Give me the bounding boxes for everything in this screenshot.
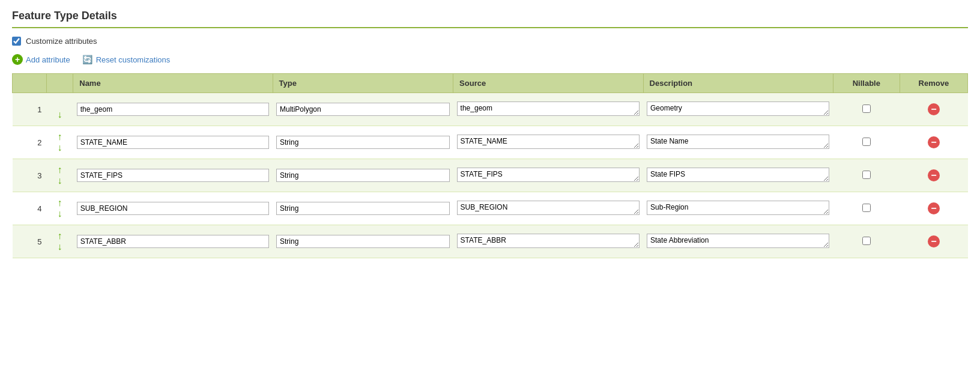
row-nillable-cell — [833, 192, 900, 225]
name-input[interactable] — [77, 136, 269, 149]
remove-icon: − — [928, 202, 940, 214]
row-source-cell — [453, 126, 643, 159]
row-arrows: ↑↓ — [46, 93, 73, 126]
col-header-name: Name — [73, 74, 273, 93]
reset-icon: 🔄 — [82, 54, 93, 65]
row-arrows: ↑↓ — [46, 159, 73, 192]
customize-row: Customize attributes — [12, 37, 968, 46]
col-header-source: Source — [453, 74, 643, 93]
row-name-cell — [73, 225, 273, 258]
move-up-button[interactable]: ↑ — [58, 198, 62, 208]
table-row: 4↑↓− — [13, 192, 968, 225]
nillable-checkbox[interactable] — [862, 138, 871, 146]
type-input[interactable] — [276, 235, 450, 248]
description-input[interactable] — [647, 102, 829, 116]
remove-button[interactable]: − — [903, 235, 964, 247]
col-header-remove: Remove — [900, 74, 967, 93]
source-input[interactable] — [457, 201, 640, 215]
description-input[interactable] — [647, 234, 829, 248]
add-attribute-button[interactable]: + Add attribute — [12, 54, 70, 65]
add-attribute-label: Add attribute — [26, 55, 70, 64]
row-nillable-cell — [833, 159, 900, 192]
row-type-cell — [273, 192, 453, 225]
source-input[interactable] — [457, 102, 640, 116]
type-input[interactable] — [276, 169, 450, 182]
move-down-button[interactable]: ↓ — [58, 110, 62, 120]
source-input[interactable] — [457, 135, 640, 149]
remove-button[interactable]: − — [903, 169, 964, 181]
move-up-button[interactable]: ↑ — [58, 231, 62, 241]
col-header-nillable: Nillable — [833, 74, 900, 93]
col-header-type: Type — [273, 74, 453, 93]
table-header-row: Name Type Source Description Nillable Re… — [13, 74, 968, 93]
remove-icon: − — [928, 103, 940, 115]
row-type-cell — [273, 93, 453, 126]
row-remove-cell: − — [900, 192, 967, 225]
name-input[interactable] — [77, 103, 269, 116]
reset-customizations-label: Reset customizations — [96, 55, 171, 64]
remove-button[interactable]: − — [903, 202, 964, 214]
row-nillable-cell — [833, 126, 900, 159]
row-name-cell — [73, 192, 273, 225]
nillable-checkbox[interactable] — [862, 204, 871, 212]
row-type-cell — [273, 159, 453, 192]
name-input[interactable] — [77, 169, 269, 182]
page-title: Feature Type Details — [12, 10, 968, 22]
move-down-button[interactable]: ↓ — [58, 242, 62, 252]
row-arrows: ↑↓ — [46, 126, 73, 159]
description-input[interactable] — [647, 201, 829, 215]
row-arrows: ↑↓ — [46, 192, 73, 225]
description-input[interactable] — [647, 168, 829, 182]
row-number: 1 — [13, 93, 47, 126]
row-type-cell — [273, 126, 453, 159]
nillable-checkbox[interactable] — [862, 171, 871, 179]
name-input[interactable] — [77, 235, 269, 248]
source-input[interactable] — [457, 168, 640, 182]
table-row: 1↑↓− — [13, 93, 968, 126]
remove-button[interactable]: − — [903, 103, 964, 115]
row-name-cell — [73, 159, 273, 192]
remove-icon: − — [928, 235, 940, 247]
table-row: 2↑↓− — [13, 126, 968, 159]
type-input[interactable] — [276, 103, 450, 116]
row-description-cell — [643, 126, 833, 159]
row-source-cell — [453, 159, 643, 192]
move-down-button[interactable]: ↓ — [58, 176, 62, 186]
nillable-checkbox[interactable] — [862, 237, 871, 245]
row-number: 2 — [13, 126, 47, 159]
table-row: 5↑↓− — [13, 225, 968, 258]
row-remove-cell: − — [900, 93, 967, 126]
description-input[interactable] — [647, 135, 829, 149]
row-source-cell — [453, 93, 643, 126]
customize-attributes-label: Customize attributes — [26, 37, 97, 46]
row-type-cell — [273, 225, 453, 258]
col-header-description: Description — [643, 74, 833, 93]
row-description-cell — [643, 159, 833, 192]
row-name-cell — [73, 93, 273, 126]
row-remove-cell: − — [900, 126, 967, 159]
name-input[interactable] — [77, 202, 269, 215]
customize-attributes-checkbox[interactable] — [12, 37, 21, 46]
row-nillable-cell — [833, 225, 900, 258]
nillable-checkbox[interactable] — [862, 105, 871, 113]
col-header-arrows — [46, 74, 73, 93]
row-arrows: ↑↓ — [46, 225, 73, 258]
row-description-cell — [643, 192, 833, 225]
type-input[interactable] — [276, 136, 450, 149]
remove-icon: − — [928, 136, 940, 148]
source-input[interactable] — [457, 234, 640, 248]
row-remove-cell: − — [900, 159, 967, 192]
row-number: 3 — [13, 159, 47, 192]
move-down-button[interactable]: ↓ — [58, 209, 62, 219]
move-up-button[interactable]: ↑ — [58, 132, 62, 142]
row-nillable-cell — [833, 93, 900, 126]
move-down-button[interactable]: ↓ — [58, 143, 62, 153]
table-row: 3↑↓− — [13, 159, 968, 192]
col-header-num — [13, 74, 47, 93]
row-description-cell — [643, 225, 833, 258]
reset-customizations-button[interactable]: 🔄 Reset customizations — [82, 54, 171, 65]
remove-button[interactable]: − — [903, 136, 964, 148]
type-input[interactable] — [276, 202, 450, 215]
row-remove-cell: − — [900, 225, 967, 258]
move-up-button[interactable]: ↑ — [58, 165, 62, 175]
